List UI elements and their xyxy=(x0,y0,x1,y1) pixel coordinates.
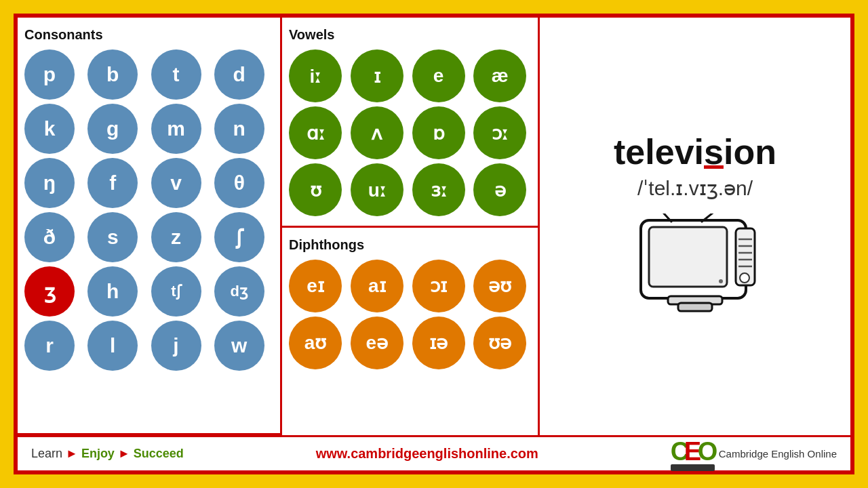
consonant-th[interactable]: θ xyxy=(214,158,264,208)
vowel-e[interactable]: e xyxy=(412,49,465,102)
diphthongs-title: Diphthongs xyxy=(289,237,531,253)
vowel-ae[interactable]: æ xyxy=(473,49,526,102)
consonants-panel: Consonants p b t d k g m n ŋ f v θ ð s xyxy=(18,18,282,435)
consonant-v[interactable]: v xyxy=(151,158,201,208)
phonetic-display: /ˈtel.ɪ.vɪʒ.ən/ xyxy=(637,176,753,200)
diphthong-ea[interactable]: eə xyxy=(351,317,403,369)
svg-point-8 xyxy=(740,273,749,283)
consonant-sh[interactable]: ʃ xyxy=(214,212,264,262)
consonant-f[interactable]: f xyxy=(87,158,138,208)
middle-panel: Vowels iː ɪ e æ ɑː ʌ ɒ ɔː ʊ uː ɜː ə xyxy=(282,18,540,435)
diphthong-ua[interactable]: ʊə xyxy=(473,317,526,369)
diphthongs-panel: Diphthongs eɪ aɪ ɔɪ əʊ aʊ eə ɪə ʊə xyxy=(282,228,538,436)
diphthong-ei[interactable]: eɪ xyxy=(289,260,342,312)
vowels-panel: Vowels iː ɪ e æ ɑː ʌ ɒ ɔː ʊ uː ɜː ə xyxy=(282,18,538,228)
footer-brand: C E O Cambridge English Online xyxy=(671,437,837,471)
arrow1: ► xyxy=(66,447,81,460)
consonant-zh[interactable]: ʒ xyxy=(24,266,75,317)
svg-rect-10 xyxy=(678,303,712,311)
diphthongs-grid: eɪ aɪ ɔɪ əʊ aʊ eə ɪə ʊə xyxy=(289,260,531,369)
consonant-dh[interactable]: ð xyxy=(24,212,75,262)
consonant-t[interactable]: t xyxy=(151,49,201,100)
diphthong-ia[interactable]: ɪə xyxy=(412,317,465,369)
consonant-z[interactable]: z xyxy=(151,212,201,262)
consonant-d[interactable]: d xyxy=(214,49,264,100)
consonant-g[interactable]: g xyxy=(87,104,138,154)
vowel-er[interactable]: ɜː xyxy=(412,163,465,216)
consonant-b[interactable]: b xyxy=(87,49,138,100)
vowels-grid: iː ɪ e æ ɑː ʌ ɒ ɔː ʊ uː ɜː ə xyxy=(289,49,531,216)
consonant-r[interactable]: r xyxy=(24,321,75,371)
diphthong-ai[interactable]: aɪ xyxy=(351,260,403,312)
vowel-aa[interactable]: ɑː xyxy=(289,106,342,159)
diphthong-ou[interactable]: əʊ xyxy=(473,260,526,312)
consonant-ch[interactable]: tʃ xyxy=(151,266,201,317)
word-s-underline: s xyxy=(704,132,724,171)
learn-text: Learn xyxy=(31,447,66,460)
word-display: television xyxy=(614,131,776,172)
consonant-ng[interactable]: ŋ xyxy=(24,158,75,208)
vowel-i[interactable]: ɪ xyxy=(351,49,403,102)
consonants-grid: p b t d k g m n ŋ f v θ ð s z ʃ ʒ xyxy=(24,49,273,371)
diphthong-oi[interactable]: ɔɪ xyxy=(412,260,465,312)
consonant-l[interactable]: l xyxy=(87,321,138,371)
succeed-text: Succeed xyxy=(134,447,184,460)
vowel-oo[interactable]: ɔː xyxy=(473,106,526,159)
vowels-title: Vowels xyxy=(289,27,531,43)
consonant-dz[interactable]: dʒ xyxy=(214,266,264,317)
consonant-w[interactable]: w xyxy=(214,321,264,371)
vowel-uu[interactable]: uː xyxy=(351,163,403,216)
consonant-j[interactable]: j xyxy=(151,321,201,371)
logo-o-letter: O xyxy=(698,437,718,466)
consonants-title: Consonants xyxy=(24,27,273,43)
tv-illustration xyxy=(620,214,770,322)
footer-tagline: Learn ► Enjoy ► Succeed xyxy=(31,447,184,461)
consonant-h[interactable]: h xyxy=(87,266,138,317)
consonant-k[interactable]: k xyxy=(24,104,75,154)
arrow2: ► xyxy=(118,447,134,460)
consonant-p[interactable]: p xyxy=(24,49,75,100)
vowel-ii[interactable]: iː xyxy=(289,49,342,102)
svg-point-13 xyxy=(719,279,723,283)
footer-website[interactable]: www.cambridgeenglishonline.com xyxy=(316,446,538,462)
vowel-u[interactable]: ʊ xyxy=(289,163,342,216)
enjoy-text: Enjoy xyxy=(81,447,118,460)
diphthong-au[interactable]: aʊ xyxy=(289,317,342,369)
vowel-a[interactable]: ʌ xyxy=(351,106,403,159)
vowel-schwa[interactable]: ə xyxy=(473,163,526,216)
content-area: Consonants p b t d k g m n ŋ f v θ ð s xyxy=(18,18,850,435)
footer: Learn ► Enjoy ► Succeed www.cambridgeeng… xyxy=(18,435,850,470)
vowel-o[interactable]: ɒ xyxy=(412,106,465,159)
logo-container: C E O xyxy=(671,437,715,471)
svg-rect-1 xyxy=(649,227,727,287)
consonant-s[interactable]: s xyxy=(87,212,138,262)
brand-name: Cambridge English Online xyxy=(719,448,837,460)
consonant-m[interactable]: m xyxy=(151,104,201,154)
right-panel: television /ˈtel.ɪ.vɪʒ.ən/ xyxy=(540,18,850,435)
logo-bar xyxy=(671,464,715,471)
consonant-n[interactable]: n xyxy=(214,104,264,154)
main-container: Consonants p b t d k g m n ŋ f v θ ð s xyxy=(14,14,854,474)
